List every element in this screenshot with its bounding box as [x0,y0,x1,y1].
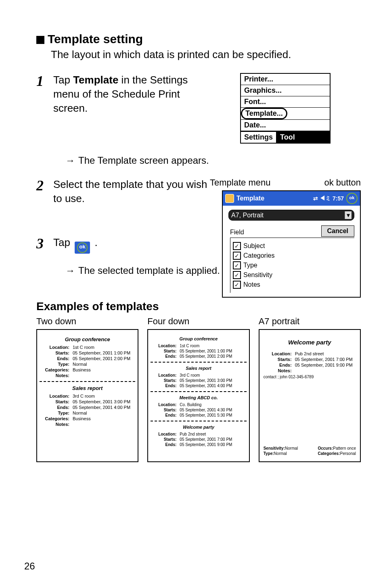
cancel-button[interactable]: Cancel [321,225,354,237]
step-number-3: 3 [36,236,53,254]
chevron-down-icon: ▾ [345,211,352,219]
a7-bottom-meta: Sensitivity:Normal Occurs:Pattern once T… [264,445,356,457]
examples-title: Examples of templates [36,300,361,313]
example-four-down-label: Four down [147,316,249,327]
arrow-icon: → [65,154,75,167]
example-a7-portrait-label: A7 portrait [259,316,361,327]
example-two-down: Group conference Location:1st C room Sta… [36,329,138,462]
template-select[interactable]: A7, Portrait ▾ [228,210,354,221]
field-subject[interactable]: ✓Subject [233,242,352,250]
menu-item-date[interactable]: Date... [241,120,330,131]
connectivity-icon: ⇄ [313,195,318,202]
section-title: Template setting [36,32,361,46]
intro-text: The layout in which data is printed can … [51,48,361,61]
screen-title: Template [236,195,264,202]
example-two-down-label: Two down [36,316,138,327]
checkbox-icon: ✓ [233,281,241,289]
speaker-icon: ◀ミ [320,195,331,202]
template-screen: Template ⇄ ◀ミ 7:57 ok A7, Portrait ▾ [222,190,361,298]
titlebar: Template ⇄ ◀ミ 7:57 ok [223,191,360,206]
tab-settings[interactable]: Settings [241,132,277,143]
ok-button-icon[interactable]: ok [75,242,90,254]
arrow-icon: → [65,264,75,277]
tab-tool[interactable]: Tool [277,132,330,143]
step-number-2: 2 [36,177,53,206]
step-3-text: Tap ok . [53,236,98,254]
menu-item-template[interactable]: Template... [241,108,330,120]
menu-item-font[interactable]: Font... [241,96,330,108]
divider [151,362,246,363]
page-number: 26 [24,561,35,572]
checkbox-icon: ✓ [233,261,241,269]
square-bullet-icon [36,36,44,44]
field-type[interactable]: ✓Type [233,261,352,269]
contact-text: contact ; john 012-345-6789 [264,375,356,379]
example-four-down: Group conference Location:1st C room Sta… [147,329,249,462]
field-notes[interactable]: ✓Notes [233,281,352,289]
clock-text: 7:57 [333,195,344,202]
step-number-1: 1 [36,73,53,115]
field-sensitivity[interactable]: ✓Sensitivity [233,271,352,279]
label-template-menu: Template menu [210,177,300,188]
step-1-text: Tap Template in the Settings menu of the… [53,73,210,115]
field-categories[interactable]: ✓Categories [233,252,352,260]
menu-item-graphics[interactable]: Graphics... [241,85,330,96]
checkbox-icon: ✓ [233,271,241,279]
divider [40,381,135,382]
step-2-text: Select the template that you wish to use… [53,177,210,206]
ok-button[interactable]: ok [346,193,358,204]
settings-menu: Printer... Graphics... Font... Template.… [240,73,331,144]
divider [151,421,246,421]
checkbox-icon: ✓ [233,242,241,250]
menu-item-printer[interactable]: Printer... [241,74,330,85]
example-a7-portrait: Welcome party Location:Pub 2nd street St… [259,329,361,462]
status-area: ⇄ ◀ミ 7:57 [313,195,344,202]
field-label: Field [230,229,244,236]
divider [151,391,246,392]
app-icon [225,194,234,203]
step-1-result: → The Template screen appears. [65,154,361,167]
label-ok-button: ok button [300,177,361,188]
checkbox-icon: ✓ [233,252,241,260]
